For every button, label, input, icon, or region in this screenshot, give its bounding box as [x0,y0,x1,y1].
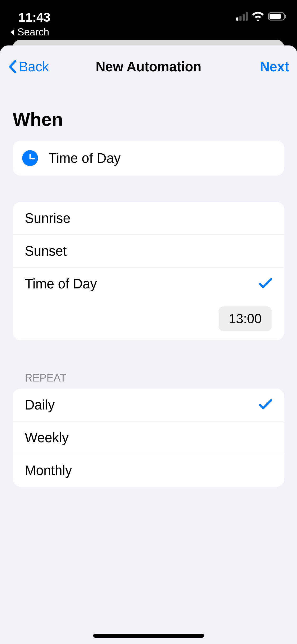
time-option[interactable]: Sunrise [13,202,284,235]
list-item-label: Monthly [25,463,72,478]
svg-rect-1 [270,14,281,19]
repeat-option[interactable]: Monthly [13,454,284,487]
chevron-left-icon [8,59,17,74]
time-picker[interactable]: 13:00 [219,306,272,331]
checkmark-icon [259,399,272,410]
svg-rect-2 [285,15,286,18]
cellular-icon [236,12,248,21]
status-breadcrumb[interactable]: Search [10,26,49,38]
status-time: 11:43 [18,10,50,25]
list-item-label: Sunrise [25,210,70,226]
wifi-icon [252,12,264,21]
trigger-label: Time of Day [49,150,121,166]
list-item-label: Time of Day [25,276,97,292]
trigger-summary-card[interactable]: Time of Day [13,141,284,176]
selected-indicator [259,278,272,290]
repeat-section-header: REPEAT [25,372,284,384]
list-item-label: Daily [25,397,55,413]
time-options-card: SunriseSunsetTime of Day 13:00 [13,202,284,340]
time-option[interactable]: Sunset [13,235,284,268]
back-button[interactable]: Back [8,59,49,75]
selected-indicator [259,399,272,411]
nav-bar: Back New Automation Next [0,53,297,80]
clock-icon [22,150,38,166]
list-item-label: Weekly [25,430,69,445]
repeat-options-card: DailyWeeklyMonthly [13,389,284,487]
status-bar: 11:43 Search [0,0,297,37]
battery-icon [268,12,287,21]
breadcrumb-label: Search [17,26,49,38]
status-right [236,12,287,21]
time-option[interactable]: Time of Day [13,268,284,300]
list-item-label: Sunset [25,243,67,259]
page-title: New Automation [96,59,201,75]
back-label: Back [19,59,49,75]
modal-sheet: Back New Automation Next When Time of Da… [0,45,297,644]
checkmark-icon [259,278,272,289]
repeat-option[interactable]: Weekly [13,421,284,454]
when-section-title: When [13,109,284,130]
repeat-option[interactable]: Daily [13,389,284,421]
back-triangle-icon [10,29,15,36]
home-indicator[interactable] [93,634,204,638]
time-value-row: 13:00 [13,300,284,340]
next-button[interactable]: Next [260,59,289,75]
